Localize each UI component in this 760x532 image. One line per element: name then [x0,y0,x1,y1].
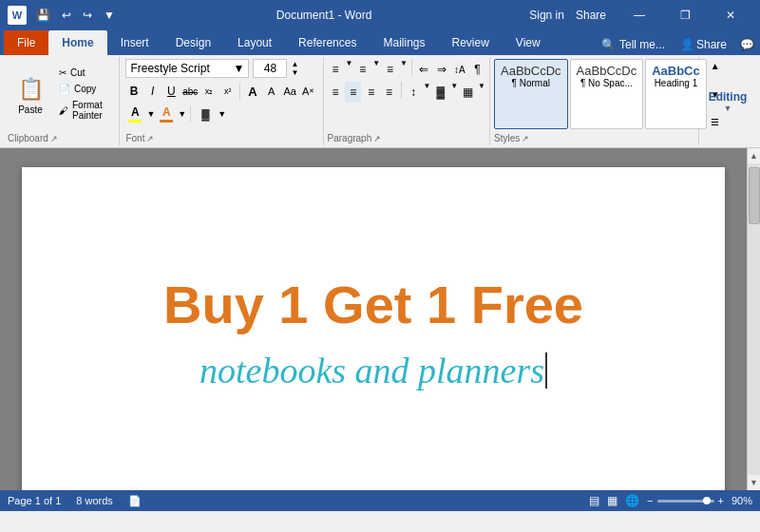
vertical-scrollbar[interactable]: ▲ ▼ [747,148,760,490]
line-spacing-button[interactable]: ↕ [406,82,422,103]
italic-button[interactable]: I [144,81,162,102]
font-expand-icon[interactable]: ↗ [146,134,154,143]
share-ribbon-button[interactable]: 👤 Share [673,34,734,55]
numbering-button[interactable]: ≡ [354,59,370,80]
tab-view[interactable]: View [503,30,554,55]
comment-ribbon-button[interactable]: 💬 [734,34,760,55]
statusbar-left: Page 1 of 1 8 words 📄 [8,495,142,507]
signin-button[interactable]: Sign in [529,9,564,22]
font-size-up-button[interactable]: ▲ [291,60,298,68]
change-case-button[interactable]: Aa [281,81,298,102]
zoom-in-button[interactable]: + [718,495,724,506]
scroll-up-button[interactable]: ▲ [748,148,761,163]
tab-insert[interactable]: Insert [107,30,162,55]
clipboard-group: 📋 Paste ✂ Cut 📄 Copy 🖌 Format Painter [4,57,120,145]
multilevel-button[interactable]: ≡ [382,59,398,80]
statusbar: Page 1 of 1 8 words 📄 ▤ ▦ 🌐 − + 90% [0,490,760,511]
font-name-dropdown[interactable]: Freestyle Script ▼ [125,59,249,78]
restore-button[interactable]: ❐ [663,0,707,30]
sort-button[interactable]: ↕A [451,59,467,80]
justify-button[interactable]: ≡ [381,82,397,103]
save-button[interactable]: 💾 [32,7,54,24]
paste-button[interactable]: 📋 Paste [8,59,53,129]
close-button[interactable]: ✕ [709,0,752,30]
style-normal[interactable]: AaBbCcDc ¶ Normal [494,59,568,129]
ribbon-tab-bar: File Home Insert Design Layout Reference… [0,30,760,55]
strikethrough-button[interactable]: abc [181,81,199,102]
redo-button[interactable]: ↪ [79,7,96,24]
superscript-button[interactable]: x² [219,81,237,102]
editing-group: Editing ▼ [699,57,756,145]
scroll-down-button[interactable]: ▼ [748,475,761,490]
read-mode-button[interactable]: ▤ [589,494,599,507]
align-center-button[interactable]: ≡ [345,82,361,103]
zoom-slider[interactable] [657,500,714,503]
align-left-button[interactable]: ≡ [328,82,344,103]
show-marks-button[interactable]: ¶ [469,59,485,80]
highlight-color-button[interactable]: A [125,104,144,124]
clipboard-expand-icon[interactable]: ↗ [50,134,58,143]
editing-dropdown-icon[interactable]: ▼ [724,104,732,113]
highlight-dropdown-icon[interactable]: ▼ [146,109,155,119]
numbering-dropdown-icon[interactable]: ▼ [372,59,380,80]
share-button[interactable]: Share [576,9,606,22]
font-color-dropdown-icon[interactable]: ▼ [178,109,186,119]
paragraph-expand-icon[interactable]: ↗ [373,134,381,143]
decrease-indent-button[interactable]: ⇐ [416,59,432,80]
font-color-button[interactable]: A [157,104,176,124]
customize-qat-button[interactable]: ▼ [100,7,119,24]
styles-label: Styles ↗ [494,129,694,143]
clear-format-button[interactable]: A✕ [300,81,317,102]
font-size-spinner: ▲ ▼ [291,60,298,77]
increase-indent-button[interactable]: ⇒ [433,59,449,80]
tab-file[interactable]: File [4,30,48,55]
borders-dropdown-icon[interactable]: ▼ [478,82,485,103]
tab-references[interactable]: References [285,30,370,55]
style-heading1[interactable]: AaBbCc Heading 1 [645,59,707,129]
shading-para-dropdown-icon[interactable]: ▼ [450,82,458,103]
editing-button[interactable]: Editing [709,90,748,104]
zoom-level[interactable]: 90% [732,495,752,506]
line-spacing-dropdown-icon[interactable]: ▼ [424,82,431,103]
shading-para-button[interactable]: ▓ [432,82,448,103]
borders-button[interactable]: ▦ [460,82,476,103]
quick-access-toolbar: 💾 ↩ ↪ ▼ [32,7,119,24]
copy-button[interactable]: 📄 Copy [55,82,115,96]
tab-design[interactable]: Design [162,30,224,55]
cut-button[interactable]: ✂ Cut [55,66,115,80]
minimize-button[interactable]: — [618,0,661,30]
font-size-input[interactable]: 48 [253,59,287,78]
zoom-out-button[interactable]: − [647,495,653,506]
multilevel-dropdown-icon[interactable]: ▼ [400,59,408,80]
tab-mailings[interactable]: Mailings [370,30,438,55]
shading-dropdown-icon[interactable]: ▼ [218,109,226,119]
tab-layout[interactable]: Layout [224,30,285,55]
document-line1[interactable]: Buy 1 Get 1 Free [163,276,583,334]
tab-review[interactable]: Review [438,30,502,55]
print-layout-button[interactable]: ▦ [607,494,618,507]
align-right-button[interactable]: ≡ [363,82,379,103]
bold-button[interactable]: B [125,81,142,102]
format-painter-button[interactable]: 🖌 Format Painter [55,98,115,123]
style-no-spacing[interactable]: AaBbCcDc ¶ No Spac... [570,59,644,129]
shading-button[interactable]: ▓ [195,104,216,124]
page-info: Page 1 of 1 [8,495,61,507]
style-no-spacing-label: ¶ No Spac... [577,78,637,88]
subscript-button[interactable]: x₂ [200,81,218,102]
para-divider1 [411,59,412,76]
tab-home[interactable]: Home [48,30,106,55]
scroll-thumb-vertical[interactable] [749,167,760,224]
scroll-track-vertical[interactable] [748,163,761,475]
bullets-dropdown-icon[interactable]: ▼ [345,59,352,80]
zoom-slider-thumb[interactable] [703,497,711,504]
web-layout-button[interactable]: 🌐 [625,494,639,507]
decrease-font-button[interactable]: A [263,81,280,102]
increase-font-button[interactable]: A [244,81,261,102]
font-size-down-button[interactable]: ▼ [291,68,298,77]
bullets-button[interactable]: ≡ [328,59,344,80]
tell-me-button[interactable]: 🔍 Tell me... [594,34,673,55]
proofing-button[interactable]: 📄 [128,495,142,507]
undo-button[interactable]: ↩ [58,7,75,24]
styles-expand-group-icon[interactable]: ↗ [522,134,529,143]
underline-button[interactable]: U [163,81,180,102]
